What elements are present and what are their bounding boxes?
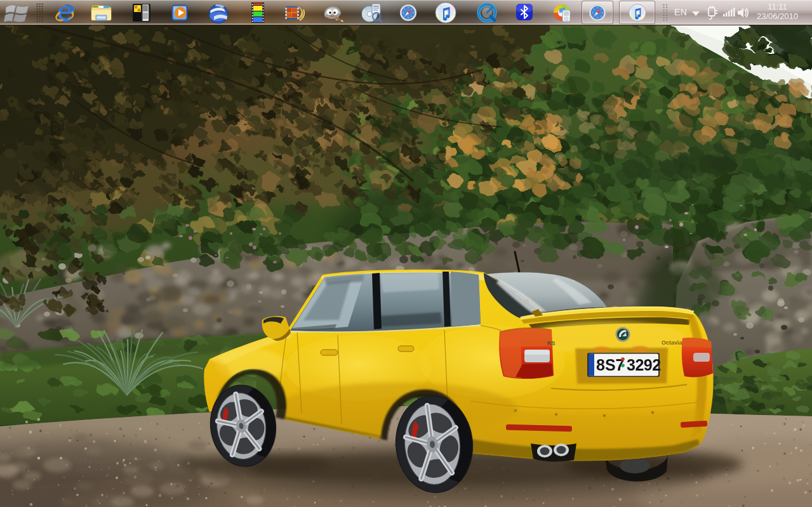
svg-text:8S7: 8S7 <box>596 356 624 374</box>
svg-text:RS: RS <box>547 340 556 346</box>
svg-text:Octavia: Octavia <box>662 339 683 346</box>
svg-text:3292: 3292 <box>627 356 661 374</box>
